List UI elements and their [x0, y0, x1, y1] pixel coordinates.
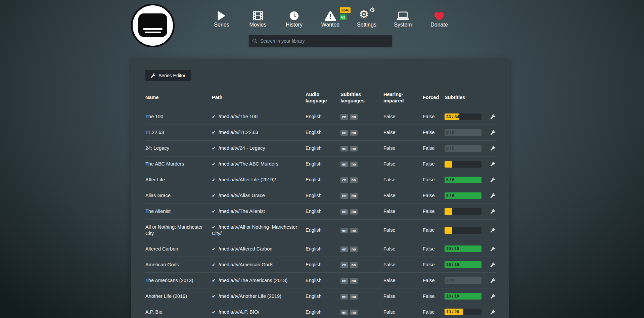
logo-subtitle-line	[143, 28, 163, 30]
edit-series-button[interactable]	[490, 145, 496, 151]
search-input[interactable]	[260, 38, 388, 44]
subtitles-progress-cell: 10 / 10	[445, 245, 485, 252]
subtitles-languages: enno	[340, 113, 383, 120]
table-row: All or Nothing: Manchester City✔/media/t…	[145, 219, 496, 241]
row-actions	[485, 208, 496, 215]
subtitles-languages: enno	[340, 246, 383, 252]
nav-history[interactable]: History	[276, 7, 312, 28]
logo-card	[138, 13, 167, 37]
row-actions	[485, 113, 496, 120]
table-row: A.P. Bio✔/media/tv/A.P. BIO/EnglishennoF…	[145, 304, 496, 318]
subtitles-languages: enno	[340, 293, 383, 300]
series-path-cell: ✔/media/tv/11.22.63	[212, 129, 306, 136]
subtitles-languages: enno	[340, 177, 383, 183]
series-editor-button[interactable]: Series Editor	[145, 70, 191, 81]
bazarr-logo[interactable]	[131, 4, 175, 47]
forced-value: False	[423, 277, 445, 284]
wrench-icon	[490, 146, 495, 151]
subtitles-languages: enno	[340, 277, 383, 284]
language-badge: no	[350, 310, 358, 315]
subtitles-progress	[445, 208, 481, 215]
edit-series-button[interactable]	[490, 129, 496, 136]
nav-settings[interactable]: ⚙⚙ Settings	[349, 7, 385, 28]
row-actions	[485, 177, 496, 183]
subtitles-progress: 0 / 0	[445, 129, 481, 136]
nav-series[interactable]: Series	[203, 7, 240, 28]
nav-wanted[interactable]: 2246 62 Wanted	[312, 7, 349, 28]
subtitles-progress: 0 / 0	[445, 277, 481, 284]
language-badge: en	[340, 114, 348, 120]
series-name: Another Life (2019)	[145, 293, 212, 300]
table-row: After Life✔/media/tv/After Life (2019)/E…	[145, 172, 496, 188]
subtitles-progress: 10 / 10	[445, 293, 481, 300]
column-header-audio: Audio language	[306, 91, 340, 104]
edit-series-button[interactable]	[490, 161, 496, 167]
wrench-icon	[490, 310, 495, 315]
forced-value: False	[423, 309, 445, 315]
nav-label: History	[286, 22, 303, 28]
nav-donate[interactable]: Donate	[421, 7, 457, 28]
audio-language: English	[306, 262, 340, 268]
language-badge: no	[350, 228, 358, 233]
subtitles-progress	[445, 161, 481, 168]
hearing-impaired-value: False	[383, 208, 423, 215]
nav-system[interactable]: System	[385, 7, 421, 28]
edit-series-button[interactable]	[490, 262, 496, 268]
subtitles-count: 13 / 26	[446, 309, 459, 315]
edit-series-button[interactable]	[490, 192, 496, 199]
forced-value: False	[423, 145, 445, 151]
edit-series-button[interactable]	[490, 113, 496, 120]
heart-icon	[434, 7, 445, 21]
series-path: /media/tv/11.22.63	[219, 130, 258, 135]
series-path-cell: ✔/media/tv/Altered Carbon	[212, 246, 306, 252]
series-path: /media/tv/The Alienist	[219, 209, 265, 214]
subtitles-count: 16 / 16	[446, 261, 459, 268]
table-row: Altered Carbon✔/media/tv/Altered CarbonE…	[145, 241, 496, 257]
subtitles-progress: 0 / 0	[445, 145, 481, 152]
series-path: /media/tv/All or Nothing- Manchester Cit…	[212, 224, 297, 236]
forced-value: False	[423, 246, 445, 252]
edit-series-button[interactable]	[490, 309, 496, 315]
library-search	[249, 35, 392, 47]
wrench-icon	[490, 209, 495, 214]
check-icon: ✔	[212, 278, 216, 283]
hearing-impaired-value: False	[383, 161, 423, 167]
row-actions	[485, 309, 496, 315]
forced-value: False	[423, 227, 445, 233]
language-badge: no	[350, 114, 358, 120]
language-badge: en	[340, 310, 348, 315]
nav-movies[interactable]: Movies	[240, 7, 276, 28]
edit-series-button[interactable]	[490, 277, 496, 284]
series-path-cell: ✔/media/tv/American Gods	[212, 262, 306, 268]
subtitles-count: 10 / 10	[446, 245, 459, 252]
edit-series-button[interactable]	[490, 227, 496, 233]
check-icon: ✔	[212, 209, 216, 214]
subtitles-count: 33 / 84	[446, 113, 459, 120]
edit-series-button[interactable]	[490, 177, 496, 183]
language-badge: no	[350, 193, 358, 199]
subtitles-progress-cell	[445, 227, 485, 234]
warning-triangle-icon	[325, 7, 336, 21]
series-path: /media/tv/After Life (2019)/	[219, 177, 276, 182]
series-path: /media/tv/Altered Carbon	[219, 246, 272, 252]
edit-series-button[interactable]	[490, 293, 496, 300]
series-path: /media/tv/24 - Legacy	[219, 145, 265, 151]
forced-value: False	[423, 208, 445, 215]
series-name: 24: Legacy	[145, 145, 212, 151]
language-badge: no	[350, 130, 358, 136]
table-row: The 100✔/media/tv/The 100EnglishennoFals…	[145, 109, 496, 125]
series-path: /media/tv/The Americans (2013)	[219, 278, 288, 283]
logo-subtitle-line	[145, 32, 161, 33]
subtitles-progress: 16 / 16	[445, 261, 481, 268]
check-icon: ✔	[212, 177, 216, 182]
series-path: /media/tv/Alias Grace	[219, 193, 265, 198]
row-actions	[485, 262, 496, 268]
language-badge: en	[340, 130, 348, 136]
wrench-icon	[490, 246, 495, 252]
edit-series-button[interactable]	[490, 208, 496, 215]
column-header-path: Path	[212, 94, 306, 101]
edit-series-button[interactable]	[490, 246, 496, 252]
series-path-cell: ✔/media/tv/The Americans (2013)	[212, 277, 306, 284]
audio-language: English	[306, 177, 340, 183]
table-row: 11.22.63✔/media/tv/11.22.63EnglishennoFa…	[145, 125, 496, 140]
